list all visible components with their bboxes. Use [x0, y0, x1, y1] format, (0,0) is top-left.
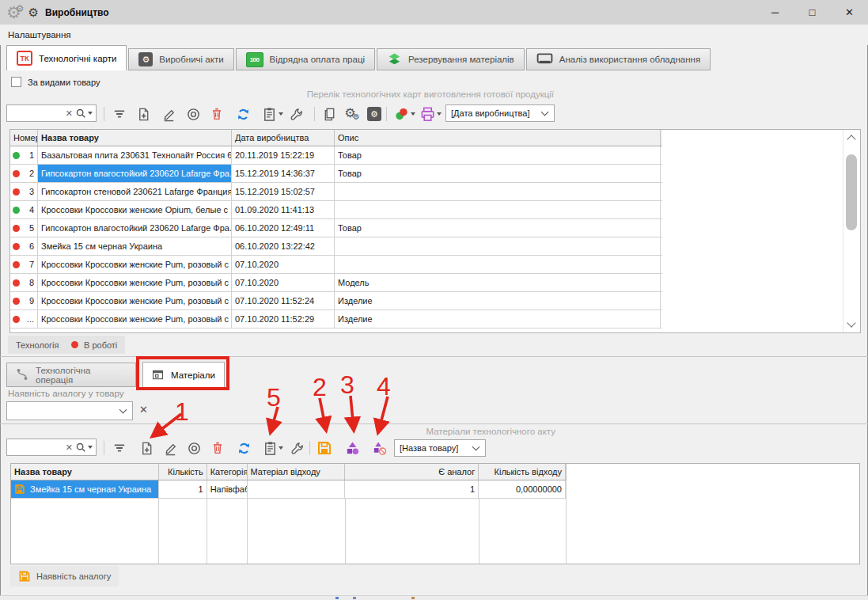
add-button[interactable] — [135, 105, 152, 123]
table-row[interactable]: 6 Змейка 15 см черная Украина 06.10.2020… — [10, 237, 662, 256]
row-num: 4 — [29, 205, 34, 215]
refresh-button[interactable] — [234, 105, 252, 123]
status-colors-caret-icon[interactable] — [411, 112, 415, 116]
toolbar-separator — [386, 107, 387, 121]
group-by-combo[interactable]: [Назва товару] — [394, 439, 486, 457]
in-work-chip[interactable]: В роботі — [63, 336, 125, 354]
col-header-num[interactable]: Номер — [10, 130, 38, 146]
search-icon[interactable] — [75, 442, 86, 453]
edit-button[interactable] — [161, 439, 179, 457]
edit-button[interactable] — [160, 105, 177, 123]
tab-production-acts[interactable]: ⚙ Виробничі акти — [128, 48, 233, 70]
col-header-has-analog[interactable]: Є аналог — [345, 464, 479, 480]
analog-shapes-button[interactable] — [343, 439, 361, 457]
col-header-waste-qty[interactable]: Кількість відходу — [479, 464, 566, 480]
analog-save-button[interactable] — [316, 439, 333, 457]
copy-button[interactable] — [320, 105, 338, 123]
scroll-down-icon[interactable] — [847, 318, 855, 327]
group-by-combo[interactable]: [Дата виробництва] — [445, 104, 555, 122]
col-header-date[interactable]: Дата виробництва — [232, 130, 335, 146]
row-waste-qty: 0,00000000 — [479, 480, 566, 498]
analog-status-chip[interactable]: Наявність аналогу — [10, 566, 119, 587]
table-row[interactable]: 7 Кроссовки Кроссовки женские Pum, розов… — [10, 256, 662, 274]
filter-button[interactable] — [111, 439, 128, 457]
tab-materials[interactable]: Матеріали — [142, 362, 225, 388]
delete-button[interactable] — [209, 439, 226, 457]
table-row[interactable]: 2 Гипсокартон влагостойкий 230620 Lafarg… — [10, 165, 662, 183]
filter-button[interactable] — [111, 105, 128, 123]
scroll-thumb[interactable] — [846, 154, 857, 230]
settings-gears-button[interactable]: ⚙⚙ — [343, 105, 361, 123]
delete-button[interactable] — [208, 105, 226, 123]
tab-material-reserve[interactable]: Резервування матеріалів — [377, 48, 525, 70]
analog-filter-clear-icon[interactable]: ✕ — [139, 404, 148, 416]
search-clear-icon[interactable]: ✕ — [63, 442, 75, 453]
row-date: 15.12.2019 14:36:37 — [232, 165, 335, 182]
table-row[interactable]: Змейка 15 см черная Украина 1 Напівфаб..… — [11, 480, 567, 499]
table-row[interactable]: 8 Кроссовки Кроссовки женские Pum, розов… — [10, 274, 662, 292]
top-toolbar: ✕ — [0, 103, 868, 125]
row-date: 01.09.2020 11:41:13 — [232, 201, 335, 218]
col-header-name[interactable]: Назва товару — [11, 464, 159, 480]
service-button[interactable] — [288, 439, 305, 457]
view-button[interactable] — [185, 439, 203, 457]
tab-tech-operation[interactable]: Технологічна операція — [6, 363, 136, 387]
print-button[interactable] — [419, 105, 436, 123]
report-caret-icon[interactable] — [279, 112, 283, 116]
report-button[interactable] — [260, 105, 278, 123]
col-header-qty[interactable]: Кількість — [159, 464, 207, 480]
search-input[interactable]: ✕ — [6, 439, 97, 456]
search-clear-icon[interactable]: ✕ — [63, 108, 75, 119]
view-button[interactable] — [184, 105, 202, 123]
col-header-name[interactable]: Назва товару — [38, 130, 232, 146]
row-num: 6 — [29, 241, 34, 251]
search-options-caret-icon[interactable] — [88, 112, 93, 115]
section-divider — [0, 423, 868, 424]
scroll-up-icon[interactable] — [847, 135, 855, 143]
row-num: ... — [27, 314, 34, 324]
close-button[interactable]: ✕ — [831, 0, 868, 25]
service-button[interactable] — [287, 105, 305, 123]
analog-filter-combo[interactable] — [6, 401, 133, 420]
print-caret-icon[interactable] — [437, 112, 442, 116]
status-dot-icon — [13, 152, 20, 159]
process-button[interactable]: ⚙ — [366, 105, 383, 123]
tab-equipment-analysis[interactable]: Аналіз використання обладнання — [526, 48, 711, 70]
by-type-checkbox[interactable] — [11, 77, 21, 87]
col-header-desc[interactable]: Опис — [335, 130, 661, 146]
col-header-category[interactable]: Категорія — [207, 464, 248, 480]
maximize-button[interactable]: □ — [794, 0, 831, 25]
tab-piecework-pay[interactable]: 100 Відрядна оплата праці — [236, 48, 375, 70]
row-name: Базальтовая плита 230631 Технолайт Росси… — [38, 146, 232, 164]
menu-settings[interactable]: Налаштування — [0, 30, 78, 40]
table-row[interactable]: 3 Гипсокартон стеновой 230621 Lafarge Фр… — [10, 183, 662, 201]
in-work-dot-icon — [71, 341, 78, 348]
tab-tech-cards[interactable]: ТК Технологічні карти — [6, 45, 127, 70]
refresh-button[interactable] — [235, 439, 252, 457]
row-name-selected: Змейка 15 см черная Украина — [11, 480, 159, 498]
analog-floppy-icon — [14, 484, 25, 495]
row-name: Кроссовки Кроссовки женские Pum, розовый… — [38, 310, 232, 328]
search-icon[interactable] — [75, 108, 86, 119]
search-options-caret-icon[interactable] — [88, 446, 93, 449]
row-has-analog: 1 — [345, 480, 479, 498]
minimize-button[interactable]: ─ — [756, 0, 794, 25]
table-row[interactable]: 4 Кроссовки Кроссовки женские Opium, бел… — [10, 201, 662, 219]
technology-chip[interactable]: Технологія — [8, 336, 67, 354]
table-row[interactable]: 1 Базальтовая плита 230631 Технолайт Рос… — [10, 146, 662, 165]
table-row[interactable]: 5 Гипсокартон влагостойкий 230620 Lafarg… — [10, 219, 662, 237]
toolbar-separator — [104, 107, 104, 121]
table-row[interactable]: 9 Кроссовки Кроссовки женские Pum, розов… — [10, 292, 662, 310]
vertical-scrollbar[interactable] — [843, 130, 860, 332]
report-caret-icon[interactable] — [279, 446, 283, 450]
row-date: 15.12.2019 15:02:57 — [232, 183, 335, 200]
group-by-combo-value: [Назва товару] — [400, 443, 458, 453]
status-colors-button[interactable] — [392, 105, 410, 123]
analog-remove-button[interactable] — [370, 439, 388, 457]
report-button[interactable] — [261, 439, 279, 457]
table-row[interactable]: ... Кроссовки Кроссовки женские Pum, роз… — [10, 310, 662, 328]
add-material-button[interactable] — [138, 439, 155, 457]
search-input[interactable]: ✕ — [6, 104, 97, 122]
col-header-waste-material[interactable]: Матеріал відходу — [248, 464, 346, 480]
bottom-toolbar: ✕ — [0, 437, 868, 459]
